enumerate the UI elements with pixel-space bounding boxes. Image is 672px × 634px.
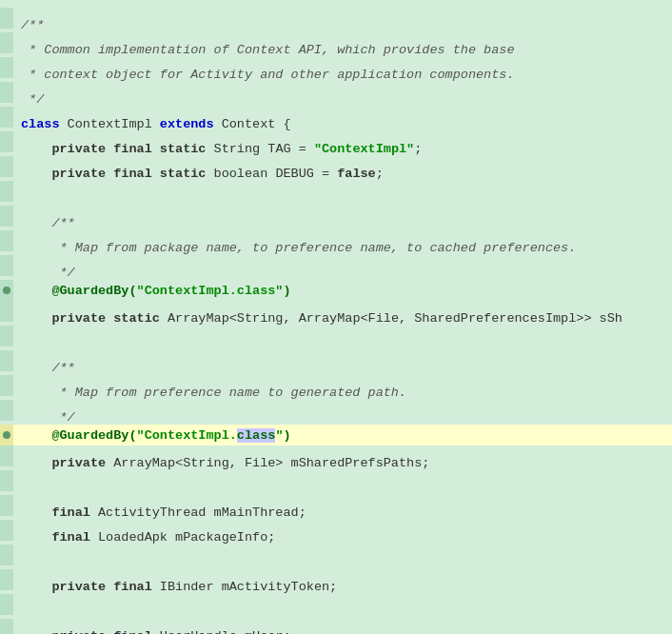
code-line-23 <box>0 545 672 569</box>
code-line-8 <box>0 181 672 206</box>
gutter-13 <box>0 301 13 322</box>
code-text-25 <box>21 604 29 619</box>
gutter-dot-18 <box>3 431 10 439</box>
code-line-9: /** <box>0 206 672 230</box>
gutter-2 <box>0 32 13 53</box>
gutter-1 <box>0 8 13 29</box>
gutter-19 <box>0 446 13 466</box>
code-line-18: @GuardedBy("ContextImpl.class") <box>0 425 672 446</box>
code-editor: /** * Common implementation of Context A… <box>0 0 672 634</box>
code-text-23 <box>21 555 29 569</box>
gutter-20 <box>0 470 13 491</box>
code-text-12: @GuardedBy("ContextImpl.class") <box>21 284 291 298</box>
gutter-18 <box>0 425 13 446</box>
code-line-11: */ <box>0 255 672 280</box>
code-line-17: */ <box>0 400 672 425</box>
code-text-14 <box>21 336 29 350</box>
code-text-19: private ArrayMap<String, File> mSharedPr… <box>21 456 429 470</box>
gutter-24 <box>0 569 13 590</box>
gutter-22 <box>0 520 13 541</box>
code-line-12: @GuardedBy("ContextImpl.class") <box>0 280 672 301</box>
gutter-11 <box>0 255 13 276</box>
gutter-14 <box>0 326 13 347</box>
code-text-9: /** <box>21 216 75 230</box>
code-text-20 <box>21 481 29 495</box>
code-text-24: private final IBinder mActivityToken; <box>21 580 337 594</box>
code-line-7: private final static boolean DEBUG = fal… <box>0 156 672 181</box>
common-text: Common <box>44 43 90 57</box>
code-line-19: private ArrayMap<String, File> mSharedPr… <box>0 446 672 470</box>
code-text-26: private final UserHandle mUser; <box>21 629 291 634</box>
gutter-25 <box>0 594 13 615</box>
gutter-dot-12 <box>3 287 10 294</box>
gutter-26 <box>0 619 13 634</box>
gutter-23 <box>0 545 13 565</box>
code-text-16: * Map from preference name to generated … <box>21 386 406 400</box>
code-line-4: */ <box>0 82 672 107</box>
code-text-21: final ActivityThread mMainThread; <box>21 505 306 520</box>
gutter-5 <box>0 107 13 128</box>
code-line-5: class ContextImpl extends Context { <box>0 107 672 131</box>
code-line-14 <box>0 326 672 350</box>
gutter-3 <box>0 57 13 78</box>
code-text-8 <box>21 191 29 206</box>
code-text-1: /** <box>21 18 44 32</box>
code-text-4: */ <box>21 92 44 107</box>
code-line-2: * Common implementation of Context API, … <box>0 32 672 57</box>
code-line-6: private final static String TAG = "Conte… <box>0 131 672 156</box>
gutter-12 <box>0 280 13 301</box>
gutter-21 <box>0 495 13 516</box>
code-line-13: private static ArrayMap<String, ArrayMap… <box>0 301 672 326</box>
code-line-15: /** <box>0 350 672 375</box>
code-line-25 <box>0 594 672 619</box>
gutter-9 <box>0 206 13 227</box>
gutter-7 <box>0 156 13 177</box>
gutter-10 <box>0 230 13 251</box>
code-text-15: /** <box>21 361 75 375</box>
code-line-20 <box>0 470 672 495</box>
code-text-3: * context object for Activity and other … <box>21 68 514 82</box>
to-text: to <box>252 241 267 255</box>
gutter-4 <box>0 82 13 103</box>
code-line-3: * context object for Activity and other … <box>0 57 672 82</box>
gutter-16 <box>0 375 13 396</box>
gutter-8 <box>0 181 13 202</box>
gutter-17 <box>0 400 13 421</box>
code-line-26: private final UserHandle mUser; <box>0 619 672 634</box>
code-line-10: * Map from package name, to preference n… <box>0 230 672 255</box>
code-text-18: @GuardedBy("ContextImpl.class") <box>21 428 291 443</box>
code-text-6: private final static String TAG = "Conte… <box>21 142 422 156</box>
code-text-10: * Map from package name, to preference n… <box>21 241 576 255</box>
code-text-11: */ <box>21 266 75 280</box>
code-text-13: private static ArrayMap<String, ArrayMap… <box>21 311 623 326</box>
code-text-5: class ContextImpl extends Context { <box>21 117 291 131</box>
gutter-6 <box>0 131 13 152</box>
code-text-22: final LoadedApk mPackageInfo; <box>21 530 275 545</box>
code-text-17: */ <box>21 410 75 425</box>
code-line-16: * Map from preference name to generated … <box>0 375 672 400</box>
code-text-2: * Common implementation of Context API, … <box>21 43 515 57</box>
code-line-1: /** <box>0 8 672 32</box>
code-line-22: final LoadedApk mPackageInfo; <box>0 520 672 545</box>
code-line-21: final ActivityThread mMainThread; <box>0 495 672 520</box>
gutter-15 <box>0 350 13 371</box>
code-text-7: private final static boolean DEBUG = fal… <box>21 167 384 181</box>
code-line-24: private final IBinder mActivityToken; <box>0 569 672 594</box>
